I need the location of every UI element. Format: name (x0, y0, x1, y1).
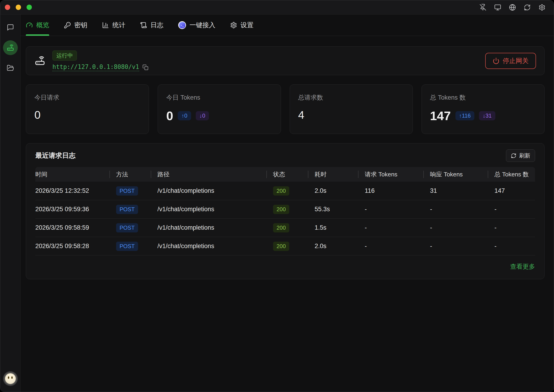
cell-time: 2026/3/25 12:32:52 (35, 187, 110, 194)
stat-value: 0 (166, 110, 173, 122)
tokens-down-badge: ↓0 (196, 111, 209, 120)
cell-request-tokens: - (358, 243, 424, 250)
stat-value: 0 (34, 110, 41, 121)
tab-statistics[interactable]: 统计 (102, 14, 125, 36)
gear-icon[interactable] (539, 4, 546, 11)
column-header-path: 路径 (151, 167, 267, 182)
cell-time: 2026/3/25 09:58:59 (35, 224, 110, 231)
titlebar (0, 0, 554, 14)
tab-overview[interactable]: 概览 (26, 14, 49, 36)
bar-chart-icon (102, 22, 109, 28)
method-badge: POST (116, 242, 138, 251)
user-avatar[interactable] (3, 371, 18, 386)
stat-value: 147 (430, 110, 451, 122)
stat-label: 今日 Tokens (166, 93, 272, 102)
folder-open-icon[interactable] (7, 64, 14, 72)
status-code-badge: 200 (273, 186, 289, 196)
cell-request-tokens: 116 (358, 187, 424, 194)
status-code-badge: 200 (273, 205, 289, 214)
cell-total-tokens: 147 (488, 187, 535, 194)
refresh-icon (511, 153, 516, 158)
cell-total-tokens: - (488, 206, 535, 213)
tab-settings[interactable]: 设置 (230, 14, 253, 36)
cell-path: /v1/chat/completions (151, 243, 267, 250)
cell-duration: 1.5s (308, 224, 358, 231)
tab-bar: 概览 密钥 统计 日志 (21, 14, 554, 36)
status-badge: 运行中 (52, 50, 77, 61)
stat-value: 4 (298, 110, 304, 121)
cell-time: 2026/3/25 09:59:36 (35, 206, 110, 213)
tab-logs-label: 日志 (151, 21, 163, 29)
cell-duration: 2.0s (308, 187, 358, 194)
column-header-total-tokens: 总 Tokens 数 (488, 167, 535, 182)
key-icon (64, 22, 71, 28)
tab-keys[interactable]: 密钥 (64, 14, 87, 36)
tab-logs[interactable]: 日志 (140, 14, 163, 36)
stat-card-total-tokens: 总 Tokens 数 147 ↑116 ↓31 (422, 84, 545, 134)
traffic-lights (5, 5, 32, 10)
app-window: 概览 密钥 统计 日志 (0, 0, 554, 392)
cell-response-tokens: - (424, 224, 488, 231)
table-row[interactable]: 2026/3/25 12:32:52 POST /v1/chat/complet… (35, 182, 535, 200)
display-icon[interactable] (494, 4, 501, 11)
router-icon (7, 44, 14, 52)
logs-table-header: 时间 方法 路径 状态 耗时 请求 Tokens 响应 Tokens 总 Tok… (35, 167, 535, 182)
terminal-logo-icon: ›_ (178, 21, 186, 29)
table-row[interactable]: 2026/3/25 09:59:36 POST /v1/chat/complet… (35, 200, 535, 219)
cell-total-tokens: - (488, 243, 535, 250)
stats-grid: 今日请求 0 今日 Tokens 0 ↑0 ↓0 (26, 84, 545, 134)
minimize-window-button[interactable] (16, 5, 21, 10)
refresh-icon[interactable] (524, 4, 531, 11)
cell-response-tokens: - (424, 243, 488, 250)
gauge-icon (26, 22, 33, 28)
method-badge: POST (116, 223, 138, 232)
column-header-status: 状态 (267, 167, 308, 182)
column-header-time: 时间 (35, 167, 110, 182)
tokens-up-badge: ↑0 (178, 111, 191, 120)
tokens-down-badge: ↓31 (479, 111, 495, 120)
tab-onboard-label: 一键接入 (189, 21, 215, 29)
gateway-url-link[interactable]: http://127.0.0.1:8080/v1 (52, 63, 139, 71)
zoom-window-button[interactable] (27, 5, 32, 10)
gateway-status-card: 运行中 http://127.0.0.1:8080/v1 停止网关 (26, 46, 545, 75)
tab-overview-label: 概览 (36, 21, 49, 29)
stat-card-today-requests: 今日请求 0 (26, 84, 149, 134)
router-icon (34, 55, 45, 66)
cell-path: /v1/chat/completions (151, 206, 267, 213)
cell-response-tokens: - (424, 206, 488, 213)
cell-response-tokens: 31 (424, 187, 488, 194)
tab-onboard[interactable]: ›_ 一键接入 (178, 14, 215, 36)
stop-gateway-label: 停止网关 (503, 56, 529, 65)
pin-off-icon[interactable] (479, 4, 486, 11)
sidebar-item-gateway-active[interactable] (3, 40, 18, 55)
sidebar (0, 14, 21, 392)
column-header-request-tokens: 请求 Tokens (358, 167, 424, 182)
cloud-face-avatar (5, 373, 16, 384)
scroll-icon (140, 22, 147, 28)
chat-bubble-icon[interactable] (7, 24, 14, 31)
copy-icon[interactable] (142, 64, 148, 70)
method-badge: POST (116, 205, 138, 214)
refresh-label: 刷新 (519, 152, 530, 159)
column-header-method: 方法 (110, 167, 151, 182)
close-window-button[interactable] (5, 5, 10, 10)
stat-label: 总请求数 (298, 93, 404, 102)
logs-title: 最近请求日志 (35, 151, 75, 160)
stat-label: 今日请求 (34, 93, 140, 102)
stat-card-today-tokens: 今日 Tokens 0 ↑0 ↓0 (158, 84, 281, 134)
tab-settings-label: 设置 (241, 21, 253, 29)
status-code-badge: 200 (273, 223, 289, 232)
table-row[interactable]: 2026/3/25 09:58:59 POST /v1/chat/complet… (35, 219, 535, 237)
view-more-link[interactable]: 查看更多 (510, 262, 535, 271)
table-row[interactable]: 2026/3/25 09:58:28 POST /v1/chat/complet… (35, 237, 535, 255)
globe-icon[interactable] (509, 4, 516, 11)
cell-path: /v1/chat/completions (151, 187, 267, 194)
stop-gateway-button[interactable]: 停止网关 (485, 53, 536, 69)
stat-label: 总 Tokens 数 (430, 93, 536, 102)
stat-card-total-requests: 总请求数 4 (290, 84, 413, 134)
refresh-button[interactable]: 刷新 (506, 149, 535, 162)
tokens-up-badge: ↑116 (455, 111, 474, 120)
power-icon (493, 57, 500, 64)
column-header-response-tokens: 响应 Tokens (424, 167, 488, 182)
column-header-duration: 耗时 (308, 167, 358, 182)
